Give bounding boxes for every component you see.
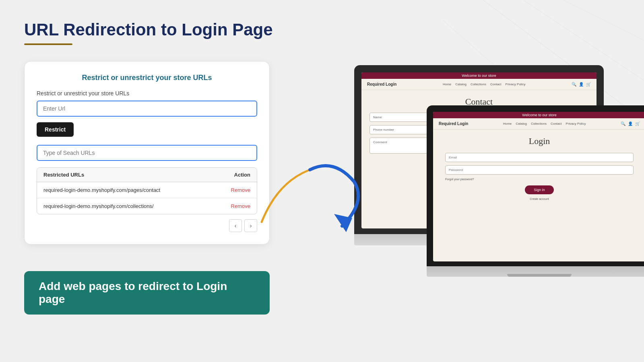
search-input[interactable] bbox=[37, 145, 257, 161]
table-header: Restricted URLs Action bbox=[37, 168, 257, 182]
col-restricted-label: Restricted URLs bbox=[43, 172, 84, 178]
forgot-password-link[interactable]: Forgot your password? bbox=[445, 178, 634, 181]
search-icon: 🔍 bbox=[572, 82, 576, 86]
user-icon-f: 👤 bbox=[628, 121, 633, 126]
redirect-arrow bbox=[254, 150, 374, 250]
nav-collections: Collections bbox=[471, 82, 486, 86]
store-header-back: Welcome to our store bbox=[361, 72, 597, 79]
laptop-front-screen-inner: Welcome to our store Required Login Home… bbox=[433, 112, 644, 261]
nav-privacy-f: Privacy Policy bbox=[566, 122, 586, 125]
laptop-front-screen-outer: Welcome to our store Required Login Home… bbox=[427, 105, 644, 266]
nav-collections-f: Collections bbox=[531, 122, 547, 125]
nav-privacy: Privacy Policy bbox=[506, 82, 526, 86]
title-underline bbox=[24, 43, 72, 45]
nav-catalog-f: Catalog bbox=[516, 122, 527, 125]
section-label: Restrict or unrestrict your store URLs bbox=[37, 90, 257, 97]
pagination: ‹ › bbox=[37, 219, 257, 232]
panel-card: Restrict or unrestrict your store URLs R… bbox=[24, 61, 270, 245]
left-panel: Restrict or unrestrict your store URLs R… bbox=[24, 61, 270, 315]
prev-page-button[interactable]: ‹ bbox=[229, 219, 242, 232]
restrict-button[interactable]: Restrict bbox=[37, 122, 74, 137]
nav-icons-back: 🔍 👤 🛒 bbox=[572, 82, 591, 86]
url-text: required-login-demo.myshopify.com/collec… bbox=[43, 203, 154, 209]
store-logo-back: Required Login bbox=[367, 82, 396, 86]
search-icon-f: 🔍 bbox=[621, 121, 625, 126]
nav-links-back: Home Catalog Collections Contact Privacy… bbox=[443, 82, 525, 86]
page-title: URL Redirection to Login Page bbox=[24, 20, 620, 39]
laptop-front: Welcome to our store Required Login Home… bbox=[427, 105, 644, 302]
cart-icon: 🛒 bbox=[586, 82, 591, 86]
user-icon: 👤 bbox=[579, 82, 584, 86]
col-action-label: Action bbox=[234, 172, 250, 178]
nav-links-front: Home Catalog Collections Contact Privacy… bbox=[503, 122, 586, 125]
url-text: required-login-demo.myshopify.com/pages/… bbox=[43, 187, 160, 193]
login-page-title: Login bbox=[445, 136, 634, 146]
nav-catalog: Catalog bbox=[455, 82, 466, 86]
remove-button-1[interactable]: Remove bbox=[231, 187, 250, 193]
nav-home: Home bbox=[443, 82, 451, 86]
login-content: Login Forgot your password? Sign in Crea… bbox=[433, 130, 644, 207]
cart-icon-f: 🛒 bbox=[635, 121, 640, 126]
table-row: required-login-demo.myshopify.com/collec… bbox=[37, 198, 257, 214]
panel-title: Restrict or unrestrict your store URLs bbox=[37, 74, 257, 82]
store-header-front: Welcome to our store bbox=[433, 112, 644, 118]
url-input[interactable] bbox=[37, 101, 257, 117]
signin-button[interactable]: Sign in bbox=[525, 185, 554, 194]
nav-icons-front: 🔍 👤 🛒 bbox=[621, 121, 640, 126]
store-logo-front: Required Login bbox=[439, 121, 468, 126]
nav-contact: Contact bbox=[490, 82, 502, 86]
nav-contact-f: Contact bbox=[551, 122, 562, 125]
store-nav-back: Required Login Home Catalog Collections … bbox=[361, 79, 597, 90]
remove-button-2[interactable]: Remove bbox=[231, 203, 250, 209]
table-row: required-login-demo.myshopify.com/pages/… bbox=[37, 182, 257, 198]
urls-table: Restricted URLs Action required-login-de… bbox=[37, 167, 257, 214]
login-email-field[interactable] bbox=[445, 153, 634, 162]
right-panel: Welcome to our store Required Login Home… bbox=[342, 61, 620, 319]
store-nav-front: Required Login Home Catalog Collections … bbox=[433, 118, 644, 130]
cta-badge-text: Add web pages to redirect to Login page bbox=[39, 280, 227, 305]
laptop-front-base bbox=[427, 266, 644, 277]
nav-home-f: Home bbox=[503, 122, 512, 125]
create-account-link[interactable]: Create account bbox=[445, 197, 634, 200]
login-password-field[interactable] bbox=[445, 165, 634, 175]
cta-badge: Add web pages to redirect to Login page bbox=[24, 271, 270, 315]
